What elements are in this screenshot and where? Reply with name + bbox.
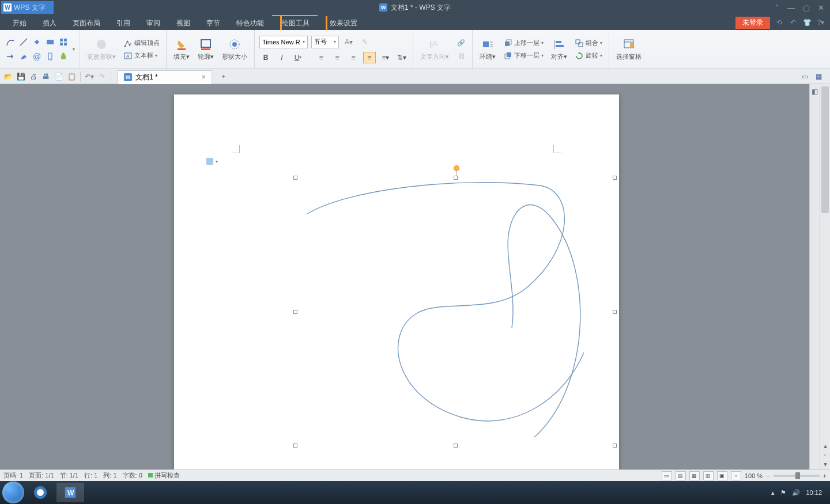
login-button[interactable]: 未登录: [735, 17, 770, 29]
toggle-pane-button[interactable]: ▭: [799, 71, 810, 82]
arrow-shape-icon[interactable]: [5, 50, 16, 63]
italic-button[interactable]: I: [276, 52, 288, 63]
clear-format-button[interactable]: ✎: [359, 36, 371, 48]
drawn-shape[interactable]: [292, 175, 621, 452]
leaf-shape-icon[interactable]: [18, 50, 29, 63]
align-center-button[interactable]: ≡: [331, 52, 344, 63]
status-page[interactable]: 页面: 1/1: [29, 471, 54, 480]
shapes-more-icon[interactable]: ▾: [73, 47, 75, 52]
bring-forward-button[interactable]: 上移一层▾: [501, 38, 545, 48]
zoom-slider[interactable]: [774, 475, 820, 477]
scroll-down-icon[interactable]: ▾: [824, 460, 827, 468]
start-button[interactable]: [2, 482, 24, 503]
wrap-button[interactable]: 环绕▾: [477, 36, 498, 62]
vertical-scrollbar[interactable]: ▴ ◦ ▾: [820, 84, 830, 469]
menu-references[interactable]: 引用: [108, 15, 138, 30]
curve-shape-icon[interactable]: [5, 36, 16, 48]
shape-gallery[interactable]: @: [5, 36, 69, 63]
outline-button[interactable]: 轮廓▾: [195, 36, 216, 62]
status-page-num[interactable]: 页码: 1: [3, 471, 23, 480]
menu-drawing-tools[interactable]: 绘图工具: [272, 15, 318, 30]
export-button[interactable]: 📄: [53, 71, 65, 82]
align-distribute-button[interactable]: ≡▾: [379, 52, 392, 63]
select-pane-button[interactable]: 选择窗格: [614, 36, 644, 62]
android-shape-icon[interactable]: [58, 50, 69, 63]
menu-review[interactable]: 审阅: [138, 15, 168, 30]
app-badge[interactable]: W WPS 文字 ▾: [1, 1, 54, 14]
underline-button[interactable]: U▾: [292, 52, 304, 63]
view-outline-button[interactable]: ▦: [689, 471, 700, 480]
font-name-select[interactable]: Times New R▾: [259, 36, 308, 48]
status-spell[interactable]: 拼写检查: [148, 471, 180, 480]
document-tab[interactable]: W 文档1 * ×: [118, 70, 212, 84]
rotation-handle[interactable]: [454, 165, 459, 171]
view-web-button[interactable]: ▥: [703, 471, 714, 480]
close-button[interactable]: ✕: [818, 3, 824, 12]
tray-clock[interactable]: 10:12: [806, 489, 822, 496]
save-button[interactable]: 💾: [15, 71, 27, 82]
menu-insert[interactable]: 插入: [35, 15, 65, 30]
minimize-button[interactable]: —: [787, 3, 795, 12]
zoom-knob[interactable]: [795, 472, 800, 479]
tab-close-button[interactable]: ×: [202, 73, 206, 81]
bold-button[interactable]: B: [259, 52, 272, 63]
redo-button[interactable]: ↷: [96, 71, 108, 82]
align-button[interactable]: 对齐▾: [549, 36, 569, 62]
paste-button[interactable]: 📋: [66, 71, 77, 82]
maximize-button[interactable]: ▢: [803, 3, 810, 12]
status-chars[interactable]: 字数: 0: [123, 471, 142, 480]
group-button[interactable]: 组合▾: [573, 38, 604, 48]
tray-icon[interactable]: ▴: [771, 489, 775, 497]
view-fullscreen-button[interactable]: ▣: [717, 471, 727, 480]
shape-size-button[interactable]: 形状大小: [220, 36, 250, 62]
break-link-button[interactable]: ⛓: [455, 51, 467, 61]
text-box-button[interactable]: A 文本框▾: [122, 51, 161, 61]
menu-view[interactable]: 视图: [168, 15, 198, 30]
menu-special[interactable]: 特色功能: [228, 15, 272, 30]
taskbar-app-browser[interactable]: [27, 483, 54, 502]
print-preview-button[interactable]: 🖶: [40, 71, 52, 82]
status-line[interactable]: 行: 1: [84, 471, 97, 480]
status-section[interactable]: 节: 1/1: [60, 471, 78, 480]
link-button[interactable]: 🔗: [455, 38, 467, 48]
font-size-select[interactable]: 五号▾: [311, 36, 339, 48]
ribbon-collapse-icon[interactable]: ˄: [775, 3, 779, 12]
status-col[interactable]: 列: 1: [103, 471, 116, 480]
tray-network-icon[interactable]: 🔊: [792, 489, 800, 497]
menu-page-layout[interactable]: 页面布局: [65, 15, 108, 30]
at-shape-icon[interactable]: @: [31, 50, 43, 63]
taskbar-app-wps[interactable]: W: [56, 483, 84, 502]
grid-shape-icon[interactable]: [58, 36, 69, 48]
menu-start[interactable]: 开始: [5, 15, 35, 30]
document-page[interactable]: ▾: [174, 94, 619, 469]
tray-flag-icon[interactable]: ⚑: [780, 489, 786, 497]
system-tray[interactable]: ▴ ⚑ 🔊 10:12: [771, 489, 828, 497]
rotate-button[interactable]: 旋转▾: [573, 51, 604, 61]
fill-button[interactable]: 填充▾: [171, 36, 192, 62]
view-draft-button[interactable]: ▫: [731, 471, 741, 480]
view-print-layout-button[interactable]: ▭: [662, 471, 672, 480]
print-button[interactable]: 🖨: [28, 71, 39, 82]
edit-points-button[interactable]: 编辑顶点: [122, 38, 161, 48]
skin-icon[interactable]: 👕: [802, 18, 812, 26]
send-backward-button[interactable]: 下移一层▾: [501, 51, 545, 61]
chevron-down-icon[interactable]: ▾: [48, 5, 50, 10]
canvas-viewport[interactable]: ▾: [0, 84, 809, 469]
scroll-up-icon[interactable]: ▴: [824, 442, 827, 450]
new-tab-button[interactable]: +: [217, 70, 231, 84]
scrollbar-thumb[interactable]: [821, 86, 829, 213]
view-read-button[interactable]: ▤: [676, 471, 686, 480]
diamond-shape-icon[interactable]: [31, 36, 43, 48]
undo-icon[interactable]: ↶: [788, 18, 798, 26]
undo-button[interactable]: ↶▾: [84, 71, 95, 82]
help-icon[interactable]: ?▾: [816, 18, 825, 26]
window-list-button[interactable]: ▦: [813, 71, 824, 82]
sync-icon[interactable]: ⟲: [775, 18, 784, 26]
menu-chapter[interactable]: 章节: [198, 15, 228, 30]
phone-shape-icon[interactable]: [44, 50, 56, 63]
menu-effect-settings[interactable]: 效果设置: [318, 15, 365, 30]
layout-options-button[interactable]: ▾: [205, 157, 218, 166]
rect-shape-icon[interactable]: [44, 36, 56, 48]
align-right-button[interactable]: ≡: [347, 52, 360, 63]
line-shape-icon[interactable]: [18, 36, 29, 48]
